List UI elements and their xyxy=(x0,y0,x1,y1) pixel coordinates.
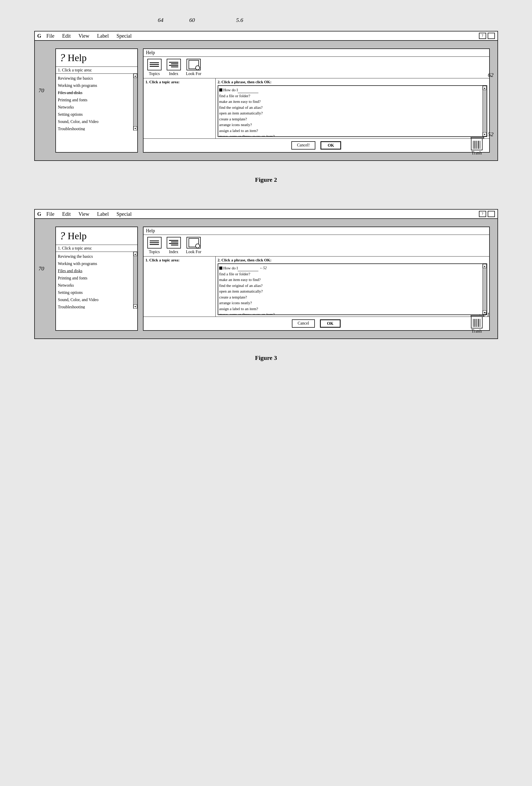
f2-topic-0[interactable]: Reviewing the basics xyxy=(56,253,133,260)
phrase-3-fig1[interactable]: find the original of an alias? xyxy=(219,105,482,111)
help-btn-fig1[interactable]: ? xyxy=(479,33,486,39)
iline4 xyxy=(171,67,178,67)
f2-phrase-1[interactable]: find a file or folder? xyxy=(219,271,482,277)
topics-list-items-fig1: Reviewing the basics Working with progra… xyxy=(56,74,137,131)
index-icon-lines xyxy=(168,61,179,68)
scroll-up-fig2[interactable]: ▲ xyxy=(134,252,137,256)
f2-phrase-7[interactable]: assign a label to an item? xyxy=(219,306,482,312)
topics-scrollbar-fig2[interactable]: ▲ ▼ xyxy=(133,252,137,308)
topic-2-fig1[interactable]: Files and disks xyxy=(56,89,133,96)
f2-topic-6[interactable]: Sound, Color, and Video xyxy=(56,296,133,303)
f2-topic-1[interactable]: Working with programs xyxy=(56,260,133,267)
apple-menu-fig1[interactable]: G xyxy=(38,33,42,39)
topic-6-fig1[interactable]: Sound, Color, and Video xyxy=(56,118,133,125)
f2-phrase-scroll-up[interactable]: ▲ xyxy=(483,264,486,268)
f2-phrase-6[interactable]: arrange icons neatly? xyxy=(219,300,482,306)
help-sections-fig2: 1. Click a topic area: 2. Click a phrase… xyxy=(144,256,489,317)
toolbar-topics-btn-fig1[interactable]: Topics xyxy=(147,59,162,76)
trash-label-fig1: Trash xyxy=(471,150,482,156)
scroll-up-fig1[interactable]: ▲ xyxy=(134,74,137,78)
f2-topic-5[interactable]: Setting options xyxy=(56,289,133,296)
topic-1-fig1[interactable]: Working with programs xyxy=(56,82,133,89)
cancel-btn-fig2[interactable]: Cancel xyxy=(292,319,315,328)
menu-label-fig1[interactable]: Label xyxy=(97,33,109,39)
apple-menu-fig2[interactable]: G xyxy=(38,211,42,217)
phrase-4-fig1[interactable]: open an item automatically? xyxy=(219,110,482,116)
close-btn-fig1[interactable] xyxy=(488,33,495,39)
checkbox-fig2[interactable] xyxy=(219,267,222,270)
phrase-7-fig1[interactable]: assign a label to an item? xyxy=(219,128,482,134)
input-field-fig1[interactable] xyxy=(238,87,259,93)
menu-edit-fig2[interactable]: Edit xyxy=(62,211,71,217)
topic-3-fig1[interactable]: Printing and fonts xyxy=(56,96,133,103)
topic-7-fig1[interactable]: Troubleshooting xyxy=(56,125,133,131)
f2-topic-3[interactable]: Printing and fonts xyxy=(56,275,133,282)
f2-phrase-5[interactable]: create a template? xyxy=(219,294,482,300)
cancel-btn-fig1[interactable]: Cancel! xyxy=(291,141,316,149)
phrase-1-fig1[interactable]: find a file or folder? xyxy=(219,93,482,99)
f2-phrase-3[interactable]: find the original of an alias? xyxy=(219,283,482,289)
figure1-wrapper: 64 60 5.6 G File Edit View Label Special… xyxy=(34,31,498,161)
phrase-scroll-up-fig1[interactable]: ▲ xyxy=(483,86,486,90)
scroll-down-fig2[interactable]: ▼ xyxy=(134,304,137,308)
index-icon-fig2 xyxy=(167,237,181,249)
menu-file-fig1[interactable]: File xyxy=(46,33,54,39)
f2-iline4 xyxy=(171,245,178,246)
topics-icon-lines xyxy=(149,61,160,68)
menu-special-fig2[interactable]: Special xyxy=(117,211,131,217)
mac-window-fig2: G File Edit View Label Special ? 70 xyxy=(34,209,498,339)
index-icon-lines-f2 xyxy=(168,239,179,247)
phrase-list-fig2: How do I ←52 find a file or folder? make… xyxy=(218,263,487,315)
input-field-fig2[interactable] xyxy=(238,265,259,271)
f2-phrase-2[interactable]: make an item easy to find? xyxy=(219,277,482,283)
f2-iline3 xyxy=(169,243,178,244)
dialog-buttons-fig2: Cancel OK xyxy=(144,317,489,330)
phrase-6-fig1[interactable]: arrange icons neatly? xyxy=(219,122,482,128)
topic-0-fig1[interactable]: Reviewing the basics xyxy=(56,75,133,82)
menu-edit-fig1[interactable]: Edit xyxy=(62,33,71,39)
annot-64: 64 xyxy=(158,17,164,23)
toolbar-index-btn-fig2[interactable]: Index xyxy=(167,237,181,254)
toolbar-lookfor-btn-fig1[interactable]: Look For xyxy=(186,59,201,76)
topic-5-fig1[interactable]: Setting options xyxy=(56,111,133,118)
toolbar-lookfor-btn-fig2[interactable]: Look For xyxy=(186,237,201,254)
phrase-8-fig1[interactable]: move, copy or throw away an item? xyxy=(219,134,482,137)
f2-topic-4[interactable]: Networks xyxy=(56,282,133,289)
click-topic-label-fig1: 1. Click a topic area: xyxy=(56,67,137,74)
phrase-2-fig1[interactable]: make an item easy to find? xyxy=(219,99,482,105)
phrase-0-fig1[interactable]: How do I xyxy=(219,87,482,93)
toolbar-index-btn-fig1[interactable]: Index xyxy=(167,59,181,76)
index-label-fig2: Index xyxy=(169,250,178,254)
phrase-scroll-down-fig1[interactable]: ▼ xyxy=(483,132,486,136)
menu-label-fig2[interactable]: Label xyxy=(97,211,109,217)
section2-label-fig1: 2. Click a phrase, then click OK: xyxy=(218,80,487,84)
annot-56: 5.6 xyxy=(236,17,243,23)
toolbar-topics-btn-fig2[interactable]: Topics xyxy=(147,237,162,254)
topic-4-fig1[interactable]: Networks xyxy=(56,103,133,111)
window-content-fig2: 70 52 → ? Help 1. Click a topic area: xyxy=(35,219,498,339)
trash-icon-fig1 xyxy=(471,137,483,150)
trash-fig1: Trash xyxy=(471,137,483,156)
f2-topic-2[interactable]: Files and disks xyxy=(56,267,133,275)
f2-phrase-0[interactable]: How do I ←52 xyxy=(219,265,482,271)
menu-special-fig1[interactable]: Special xyxy=(117,33,131,39)
phrase-5-fig1[interactable]: create a template? xyxy=(219,116,482,122)
help-toolbar-fig2: Topics Index xyxy=(144,235,489,256)
ok-btn-fig2[interactable]: OK xyxy=(320,319,341,328)
help-btn-fig2[interactable]: ? xyxy=(479,211,486,217)
f2-phrase-8[interactable]: move, copy or throw away an item? xyxy=(219,312,482,315)
menu-file-fig2[interactable]: File xyxy=(46,211,54,217)
menu-view-fig1[interactable]: View xyxy=(78,33,89,39)
f2-topic-7[interactable]: Troubleshooting xyxy=(56,303,133,308)
annot-60: 60 xyxy=(189,17,195,23)
ok-btn-fig1[interactable]: OK xyxy=(320,141,341,149)
f2-phrase-4[interactable]: open an item automatically? xyxy=(219,288,482,294)
topics-icon-fig2 xyxy=(147,237,162,249)
phrase-scrollbar-fig2: ▲ ▼ xyxy=(483,264,487,315)
topics-scrollbar-fig1[interactable]: ▲ ▼ xyxy=(133,74,137,131)
lookfor-icon-fig1 xyxy=(187,59,201,70)
checkbox-fig1[interactable] xyxy=(219,88,222,92)
close-btn-fig2[interactable] xyxy=(488,211,495,217)
scroll-down-fig1[interactable]: ▼ xyxy=(134,126,137,131)
menu-view-fig2[interactable]: View xyxy=(78,211,89,217)
